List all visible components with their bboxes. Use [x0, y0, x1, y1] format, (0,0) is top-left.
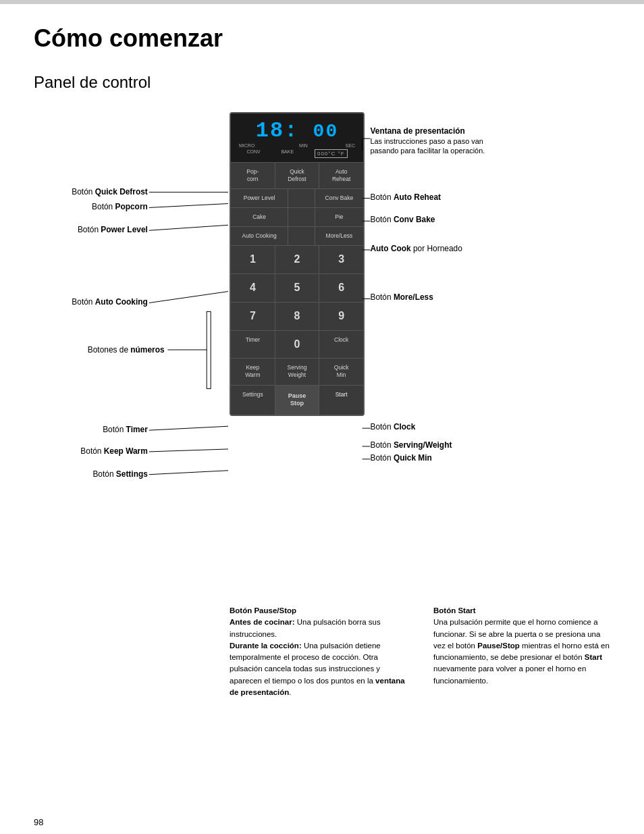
btn-clock[interactable]: Clock: [319, 331, 363, 359]
btn-8[interactable]: 8: [275, 303, 320, 330]
btn-3[interactable]: 3: [319, 246, 363, 273]
btn-start[interactable]: Start: [319, 386, 363, 415]
svg-text:Botones de números: Botones de números: [88, 345, 165, 355]
button-row-7: 7 8 9: [231, 302, 363, 330]
btn-spacer-4: [288, 227, 315, 245]
button-row-9: KeepWarm ServingWeight QuickMin: [231, 358, 363, 384]
temp-label: 000°C °F: [315, 149, 348, 158]
svg-text:Botón Quick Min: Botón Quick Min: [370, 453, 431, 463]
micro-label: MICRO: [239, 143, 254, 148]
btn-4[interactable]: 4: [231, 274, 275, 302]
btn-2[interactable]: 2: [275, 246, 320, 273]
svg-text:Botón Serving/Weight: Botón Serving/Weight: [370, 440, 452, 450]
button-row-5: 1 2 3: [231, 245, 363, 273]
button-row-1: Pop-corn QuickDefrost AutoReheat: [231, 162, 363, 188]
button-row-4: Auto Cooking More/Less: [231, 226, 363, 245]
btn-7[interactable]: 7: [231, 303, 275, 330]
section-title: Panel de control: [34, 73, 610, 92]
button-row-6: 4 5 6: [231, 273, 363, 302]
display-bottom-labels: CONV BAKE 000°C °F: [236, 149, 358, 158]
display-time: 18: 00: [236, 120, 358, 142]
svg-line-12: [149, 426, 228, 430]
svg-line-16: [149, 471, 228, 475]
svg-text:Botón More/Less: Botón More/Less: [370, 293, 433, 303]
btn-pie[interactable]: Pie: [315, 208, 363, 226]
svg-line-14: [149, 449, 228, 452]
svg-text:Botón Quick Defrost: Botón Quick Defrost: [72, 187, 148, 197]
conv-label: CONV: [246, 149, 260, 158]
btn-timer[interactable]: Timer: [231, 331, 275, 359]
btn-settings[interactable]: Settings: [231, 386, 275, 415]
bake-label: BAKE: [281, 149, 294, 158]
svg-text:Ventana de presentación: Ventana de presentación: [370, 126, 464, 136]
btn-conv-bake[interactable]: Conv Bake: [315, 189, 363, 207]
bottom-notes: Botón Pause/Stop Antes de cocinar: Una p…: [34, 605, 610, 698]
note-durante-label: Durante la cocción:: [230, 642, 302, 650]
svg-text:pasando para facilitar la oper: pasando para facilitar la operación.: [370, 147, 485, 155]
svg-text:Botón Timer: Botón Timer: [103, 425, 148, 434]
svg-line-3: [149, 204, 228, 208]
note-antes-label: Antes de cocinar:: [230, 618, 295, 626]
btn-serving-weight[interactable]: ServingWeight: [275, 359, 320, 384]
btn-spacer-3: [288, 208, 315, 226]
svg-text:Botón Clock: Botón Clock: [370, 422, 415, 432]
note-pause-title: Botón Pause/Stop: [230, 606, 296, 615]
note-start: Botón Start Una pulsación permite que el…: [433, 605, 610, 698]
btn-spacer-2: [288, 189, 315, 207]
svg-text:Auto Cook por Horneado: Auto Cook por Horneado: [370, 244, 462, 253]
svg-text:Botón Conv Bake: Botón Conv Bake: [370, 215, 435, 224]
display-section: 18: 00 MICRO MIN SEC CONV BAKE 000°C °F: [231, 113, 363, 162]
btn-6[interactable]: 6: [319, 274, 363, 302]
svg-text:Botón Keep Warm: Botón Keep Warm: [80, 446, 147, 456]
svg-text:Las instrucciones paso a paso : Las instrucciones paso a paso van: [370, 137, 483, 145]
button-row-2: Power Level Conv Bake: [231, 188, 363, 207]
svg-line-7: [149, 292, 228, 303]
svg-text:Botón Auto Reheat: Botón Auto Reheat: [370, 192, 441, 202]
svg-rect-8: [207, 311, 211, 388]
page-title: Cómo comenzar: [34, 24, 610, 53]
btn-9[interactable]: 9: [319, 303, 363, 330]
note-pause-stop: Botón Pause/Stop Antes de cocinar: Una p…: [230, 605, 406, 698]
svg-line-5: [149, 225, 228, 230]
note-start-title: Botón Start: [433, 606, 476, 615]
svg-text:Botón Settings: Botón Settings: [92, 469, 148, 479]
page-number: 98: [34, 817, 43, 827]
btn-cake[interactable]: Cake: [231, 208, 288, 226]
btn-pause-stop[interactable]: PauseStop: [275, 386, 320, 415]
btn-1[interactable]: 1: [231, 246, 275, 273]
btn-keep-warm[interactable]: KeepWarm: [231, 359, 275, 384]
btn-popcorn[interactable]: Pop-corn: [231, 163, 275, 188]
svg-text:Botón Popcorn: Botón Popcorn: [92, 202, 148, 211]
btn-5[interactable]: 5: [275, 274, 320, 302]
btn-0[interactable]: 0: [275, 331, 320, 359]
btn-quick-defrost[interactable]: QuickDefrost: [275, 163, 320, 188]
btn-power-level[interactable]: Power Level: [231, 189, 288, 207]
btn-auto-cooking[interactable]: Auto Cooking: [231, 227, 288, 245]
display-labels: MICRO MIN SEC: [236, 143, 358, 148]
button-row-8: Timer 0 Clock: [231, 330, 363, 359]
diagram-area: 18: 00 MICRO MIN SEC CONV BAKE 000°C °F …: [34, 112, 610, 585]
btn-auto-reheat[interactable]: AutoReheat: [319, 163, 363, 188]
button-row-10: Settings PauseStop Start: [231, 385, 363, 415]
control-panel: 18: 00 MICRO MIN SEC CONV BAKE 000°C °F …: [230, 112, 365, 416]
btn-quick-min[interactable]: QuickMin: [319, 359, 363, 384]
min-label: MIN: [299, 143, 308, 148]
svg-text:Botón Auto Cooking: Botón Auto Cooking: [72, 297, 147, 307]
note-start-text: Una pulsación permite que el horno comie…: [433, 618, 610, 684]
svg-text:Botón Power Level: Botón Power Level: [78, 225, 148, 234]
sec-label: SEC: [346, 143, 355, 148]
btn-more-less[interactable]: More/Less: [315, 227, 363, 245]
button-row-3: Cake Pie: [231, 207, 363, 226]
